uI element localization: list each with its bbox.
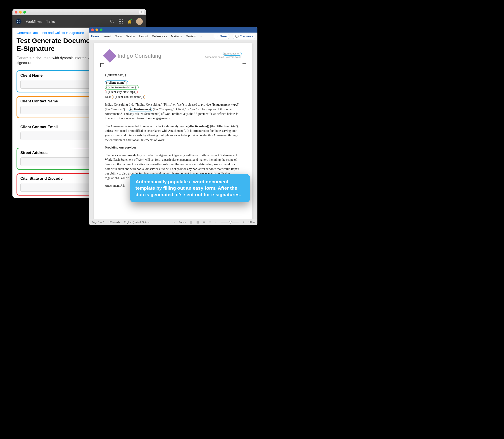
company-name: Indigo Consulting [118, 53, 162, 59]
close-icon[interactable] [91, 28, 94, 31]
mac-titlebar: + [13, 9, 146, 15]
zoom-in-button[interactable]: + [243, 221, 244, 224]
dear-prefix: Dear [105, 95, 112, 98]
share-icon: ↗ [216, 35, 218, 38]
token-client-street: {{client-street-address}} [105, 85, 139, 90]
token-engagement-type: {{engagement-type}} [212, 103, 239, 106]
token-current-date-header: {{current-date}} [225, 56, 241, 58]
new-tab-button[interactable]: + [139, 10, 144, 14]
doc-body: {{current-date}} {{client-name}} {{clien… [105, 73, 242, 188]
status-page[interactable]: Page 1 of 1 [92, 221, 104, 224]
token-client-name-header: {{client-name}} [223, 52, 242, 56]
nav-tasks[interactable]: Tasks [46, 20, 55, 24]
status-lang[interactable]: English (United States) [124, 221, 150, 224]
share-label: Share [219, 35, 227, 38]
app-header: Workflows Tasks 🔔 [13, 15, 146, 28]
comments-button[interactable]: 💬 Comments [233, 34, 255, 39]
zoom-out-button[interactable]: − [215, 221, 216, 224]
zoom-percent[interactable]: 116% [248, 221, 255, 224]
view-draft-icon[interactable]: ≡ [209, 221, 211, 224]
crop-mark-icon [101, 63, 104, 67]
header-agreement-prefix: Agreement dated [205, 56, 225, 58]
status-bar: Page 1 of 1 199 words English (United St… [89, 219, 257, 225]
word-titlebar [89, 27, 257, 33]
status-focus[interactable]: Focus [179, 221, 186, 224]
token-effective-date: {{effective-date}} [186, 124, 209, 128]
focus-mode-icon[interactable]: ▭ [172, 221, 175, 224]
minimize-icon[interactable] [95, 28, 98, 31]
view-outline-icon[interactable]: ≣ [203, 221, 205, 224]
notifications-icon[interactable]: 🔔 [127, 19, 131, 24]
company-logo-icon [103, 49, 116, 62]
svg-line-1 [113, 22, 114, 23]
paragraph-2: The Agreement is intended to remain in e… [105, 124, 242, 142]
apps-grid-icon[interactable] [119, 19, 123, 24]
explainer-callout: Automatically populate a word document t… [130, 174, 250, 202]
maximize-icon[interactable] [23, 11, 26, 13]
tab-design[interactable]: Design [126, 35, 135, 38]
user-avatar[interactable] [136, 18, 143, 25]
tab-draw[interactable]: Draw [115, 35, 122, 38]
ribbon: Home Insert Draw Design Layout Reference… [89, 33, 257, 40]
tab-review[interactable]: Review [186, 35, 196, 38]
search-icon[interactable] [110, 19, 114, 24]
doc-header-right: {{client-name}} Agreement dated {{curren… [205, 52, 241, 58]
view-print-icon[interactable]: ▤ [190, 221, 192, 224]
tab-layout[interactable]: Layout [139, 35, 148, 38]
section-heading: Providing our services [105, 146, 242, 150]
token-client-name-inline: {{client-name}} [129, 107, 152, 112]
share-button[interactable]: ↗ Share [214, 34, 229, 39]
view-web-icon[interactable]: ▦ [196, 221, 199, 224]
tab-insert[interactable]: Insert [103, 35, 111, 38]
svg-point-0 [111, 20, 113, 22]
nav-workflows[interactable]: Workflows [26, 20, 42, 24]
tab-references[interactable]: References [152, 35, 167, 38]
app-logo-icon[interactable] [16, 19, 22, 24]
comments-label: Comments [240, 35, 253, 38]
token-client-csz: {{client-city-state-zip}} [105, 90, 138, 94]
zoom-slider[interactable] [221, 222, 239, 222]
close-icon[interactable] [15, 11, 17, 13]
comment-icon: 💬 [235, 35, 239, 38]
tab-mailings[interactable]: Mailings [171, 35, 182, 38]
token-client-contact: {{client-contact-name}} [112, 95, 145, 99]
token-client-name: {{client-name}} [105, 81, 128, 85]
crop-mark-icon [242, 63, 246, 67]
paragraph-1: Indigo Consulting Ltd. ("Indigo Consulti… [105, 102, 242, 121]
token-current-date: {{current-date}} [105, 73, 242, 77]
minimize-icon[interactable] [19, 11, 22, 13]
tab-home[interactable]: Home [91, 35, 99, 38]
chevron-right-icon[interactable]: ›› [200, 35, 202, 38]
status-words[interactable]: 199 words [108, 221, 120, 224]
maximize-icon[interactable] [100, 28, 102, 31]
